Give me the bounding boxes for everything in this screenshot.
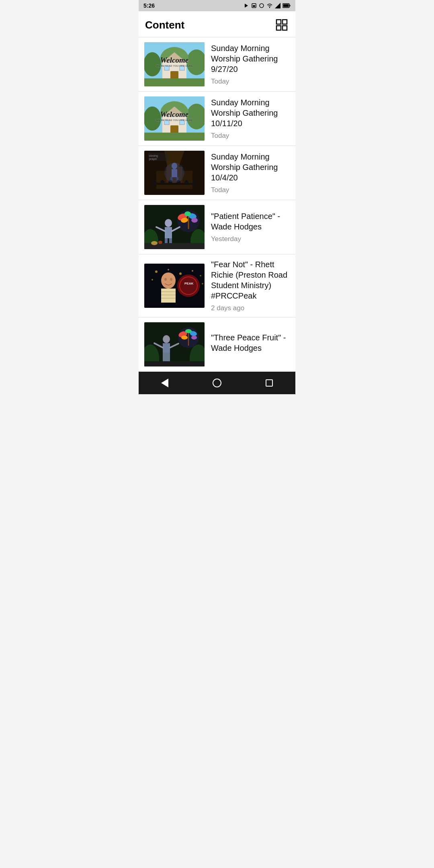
svg-rect-11 [283,26,287,30]
item-title-6: "Three Peace Fruit" - Wade Hodges [211,332,290,353]
svg-point-42 [160,180,164,185]
list-item[interactable]: Welcome WE'RE GLAD YOU ARE HERE Sunday M… [139,37,295,92]
svg-point-72 [168,269,169,270]
thumbnail-6 [144,322,205,366]
nav-bar [139,372,295,394]
svg-point-3 [260,4,264,8]
wifi-icon [266,3,273,8]
svg-point-46 [192,180,197,185]
thumbnail-5: PEAK [144,264,205,308]
svg-point-74 [192,270,193,272]
svg-rect-9 [283,20,287,24]
item-info-1: Sunday Morning Worship Gathering 9/27/20… [211,43,290,86]
item-title-5: "Fear Not" - Rhett Richie (Preston Road … [211,259,290,301]
svg-point-47 [164,163,184,183]
svg-text:prayer: prayer [149,158,158,161]
svg-rect-100 [163,352,170,361]
item-info-2: Sunday Morning Worship Gathering 10/11/2… [211,97,290,140]
svg-point-98 [163,335,170,343]
svg-point-95 [185,329,192,333]
svg-rect-7 [283,4,289,7]
status-icons [244,3,291,8]
svg-point-61 [165,219,172,227]
welcome-overlay: Welcome WE'RE GLAD YOU ARE HERE [144,42,205,86]
play-icon [244,3,249,8]
status-time: 5:26 [143,2,155,9]
home-button[interactable] [207,373,227,393]
svg-rect-2 [253,5,255,7]
back-button[interactable] [155,373,175,393]
list-item[interactable]: closing prayer Sunday Morning Worship Ga… [139,146,295,200]
item-info-3: Sunday Morning Worship Gathering 10/4/20… [211,151,290,194]
svg-rect-10 [276,26,281,30]
svg-text:closing: closing [149,154,158,158]
grid-icon [276,19,288,31]
thumbnail-3: closing prayer [144,151,205,195]
item-info-4: "Patient Patience" - Wade Hodges Yesterd… [211,211,290,243]
header: Content [139,11,295,37]
battery-icon [283,3,291,8]
svg-text:PEAK: PEAK [184,282,193,285]
signal-icon [275,3,280,8]
item-date-4: Yesterday [211,235,290,243]
recents-button[interactable] [259,373,279,393]
svg-point-77 [202,283,203,285]
list-item[interactable]: Welcome WE'RE GLAD YOU ARE HERE Sunday M… [139,92,295,146]
item-title-3: Sunday Morning Worship Gathering 10/4/20 [211,151,290,183]
item-info-6: "Three Peace Fruit" - Wade Hodges [211,332,290,356]
svg-marker-4 [275,3,280,8]
svg-point-71 [155,270,158,273]
svg-point-81 [161,272,176,289]
item-date-1: Today [211,78,290,86]
svg-point-96 [181,336,188,340]
item-date-3: Today [211,186,290,194]
svg-point-41 [152,180,156,185]
svg-point-58 [184,211,191,216]
list-item[interactable]: "Three Peace Fruit" - Wade Hodges [139,317,295,372]
svg-point-82 [164,278,167,281]
status-bar: 5:26 [139,0,295,11]
svg-point-76 [151,279,153,280]
svg-point-75 [200,275,201,276]
back-icon [161,379,168,387]
svg-point-69 [158,241,162,244]
svg-rect-6 [290,5,291,6]
content-list: Welcome WE'RE GLAD YOU ARE HERE Sunday M… [139,37,295,372]
sim-icon [251,3,257,8]
svg-marker-0 [245,4,248,8]
item-date-5: 2 days ago [211,304,290,312]
list-item[interactable]: "Patient Patience" - Wade Hodges Yesterd… [139,200,295,254]
circle-icon [259,3,264,8]
list-item[interactable]: PEAK "Fear Not" - Rhett Richie (Preston … [139,254,295,317]
item-title-4: "Patient Patience" - Wade Hodges [211,211,290,232]
svg-point-68 [151,241,158,245]
item-title-2: Sunday Morning Worship Gathering 10/11/2… [211,97,290,129]
svg-point-83 [170,278,172,281]
item-date-2: Today [211,132,290,140]
thumbnail-1: Welcome WE'RE GLAD YOU ARE HERE [144,42,205,86]
item-info-5: "Fear Not" - Rhett Richie (Preston Road … [211,259,290,312]
welcome-overlay-2: Welcome WE'RE GLAD YOU ARE HERE [144,96,205,141]
thumbnail-2: Welcome WE'RE GLAD YOU ARE HERE [144,96,205,141]
svg-point-60 [191,218,198,223]
svg-point-73 [179,272,182,275]
recents-icon [266,379,273,387]
svg-rect-62 [165,227,172,238]
item-title-1: Sunday Morning Worship Gathering 9/27/20 [211,43,290,74]
svg-point-45 [184,180,188,185]
thumbnail-4 [144,205,205,249]
svg-rect-103 [144,361,205,366]
svg-rect-84 [161,289,176,303]
page-title: Content [145,19,184,31]
grid-view-button[interactable] [274,18,289,32]
svg-rect-8 [276,20,281,24]
home-icon [213,379,221,387]
svg-point-78 [177,274,200,297]
svg-point-97 [191,336,197,340]
